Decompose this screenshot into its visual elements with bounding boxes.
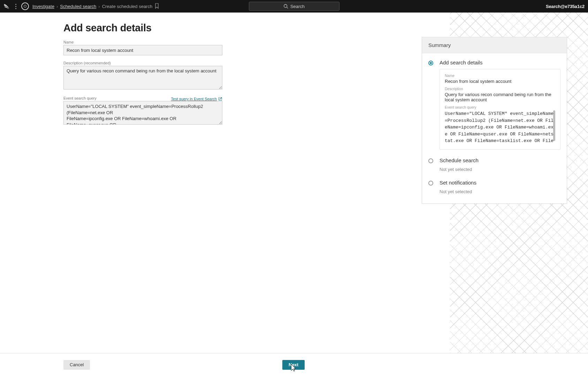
summary-step3-title: Set notifications [440, 180, 560, 186]
summary-desc-value: Query for various recon command being ru… [445, 92, 555, 102]
summary-header: Summary [422, 37, 567, 53]
svg-point-0 [284, 5, 287, 8]
page-title: Add search details [63, 22, 222, 34]
step-marker-active-icon [428, 61, 433, 65]
query-label: Event search query [63, 96, 97, 100]
query-input[interactable] [63, 101, 222, 125]
summary-step2-title: Schedule search [440, 157, 560, 163]
step-marker-icon [428, 158, 433, 163]
summary-panel: Summary Add search details Name Recon fr… [422, 37, 567, 204]
summary-step1-title: Add search details [440, 60, 560, 65]
footer-actions: Cancel Next [0, 353, 588, 376]
form-area: Add search details Name Description (rec… [0, 13, 450, 353]
chevron-right-icon: › [56, 4, 58, 9]
top-bar: Investigate › Scheduled search › Create … [0, 0, 588, 13]
step-marker-icon [428, 181, 433, 186]
chevron-right-icon: › [98, 4, 100, 9]
summary-query-value: UserName="LOCAL SYSTEM" event_simpleName… [445, 110, 555, 145]
summary-step3-status: Not yet selected [440, 189, 560, 194]
user-label[interactable]: Search@e735a1c2 [546, 4, 585, 9]
svg-line-1 [287, 7, 288, 9]
summary-step-schedule: Schedule search Not yet selected [428, 157, 560, 172]
next-button[interactable]: Next [282, 360, 305, 370]
breadcrumb-investigate[interactable]: Investigate [32, 4, 54, 9]
summary-name-value: Recon from local system account [445, 79, 555, 84]
test-query-link[interactable]: Test query in Event Search [171, 97, 222, 101]
summary-desc-label: Description [445, 87, 555, 91]
search-placeholder: Search [290, 4, 305, 9]
cancel-button[interactable]: Cancel [63, 360, 90, 370]
summary-step-notifications: Set notifications Not yet selected [428, 180, 560, 194]
right-pattern-pane: Summary Add search details Name Recon fr… [450, 13, 588, 353]
summary-name-label: Name [445, 73, 555, 78]
summary-query-label: Event search query [445, 105, 555, 109]
description-input[interactable] [63, 66, 222, 89]
scrollbar-thumb[interactable] [553, 110, 555, 141]
breadcrumb-current: Create scheduled search [102, 4, 153, 9]
breadcrumb-scheduled-search[interactable]: Scheduled search [60, 4, 96, 9]
search-icon [283, 4, 288, 9]
name-input[interactable] [63, 45, 222, 55]
falcon-logo-icon[interactable] [3, 3, 10, 10]
name-label: Name [63, 40, 222, 44]
summary-step-add-details: Add search details Name Recon from local… [428, 60, 560, 150]
breadcrumb: Investigate › Scheduled search › Create … [32, 3, 159, 10]
external-link-icon [218, 97, 222, 101]
global-search[interactable]: Search [249, 2, 339, 11]
summary-step2-status: Not yet selected [440, 167, 560, 172]
bookmark-icon[interactable] [154, 3, 159, 10]
menu-dots-icon[interactable] [14, 4, 18, 9]
description-label: Description (recommended) [63, 61, 222, 65]
module-icon[interactable] [21, 2, 29, 10]
